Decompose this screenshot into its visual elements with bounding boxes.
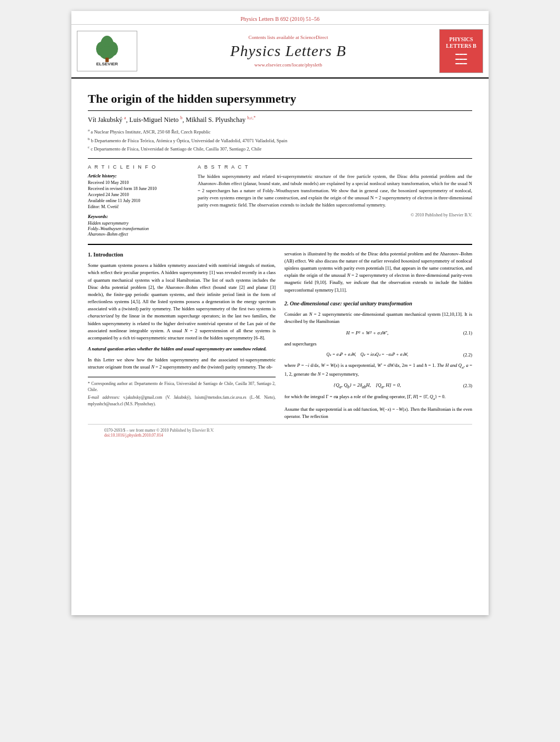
affiliation-b: b b Departamento de Física Teórica, Atóm… bbox=[88, 136, 472, 144]
footnote-emails: E-mail addresses: v.jakubsky@gmail.com (… bbox=[88, 394, 276, 407]
editor-info: Editor: M. Cvetič bbox=[88, 204, 187, 209]
article-history-label: Article history: bbox=[88, 173, 187, 178]
body-left-col: 1. Introduction Some quantum systems pos… bbox=[88, 250, 276, 424]
eq-2-2-content: Q₁ = σ₁P + σ₂W, Q₂ = iσ₃Q₁ = −σ₂P + σ₁W, bbox=[284, 352, 450, 358]
section2-title: 2. One-dimensional case: special unitary… bbox=[284, 299, 472, 308]
abstract-header: A B S T R A C T bbox=[198, 164, 472, 170]
eq-2-3-number: (2.3) bbox=[450, 382, 472, 389]
sciencedirect-link[interactable]: ScienceDirect bbox=[300, 35, 328, 40]
affiliation-a: a a Nuclear Physics Institute, ASCR, 250… bbox=[88, 127, 472, 136]
abstract-col: A B S T R A C T The hidden supersymmetry… bbox=[198, 164, 472, 237]
journal-url[interactable]: www.elsevier.com/locate/physletb bbox=[143, 62, 434, 68]
equation-2-3: {Qa, Qb} = 2δabH, [Qa, H] = 0, (2.3) bbox=[284, 382, 472, 390]
article-info-col: A R T I C L E I N F O Article history: R… bbox=[88, 164, 187, 237]
eq-2-2-number: (2.2) bbox=[450, 352, 472, 359]
keyword-3: Aharonov–Bohm effect bbox=[88, 232, 187, 237]
journal-header-main: ELSEVIER Contents lists available at Sci… bbox=[71, 25, 489, 77]
sciencedirect-line: Contents lists available at ScienceDirec… bbox=[143, 35, 434, 40]
elsevier-logo: ELSEVIER bbox=[77, 31, 137, 71]
assume-text: Assume that the superpotential is an odd… bbox=[284, 406, 472, 420]
footnote-area: * Corresponding author at: Departamento … bbox=[88, 377, 276, 408]
article-info-header: A R T I C L E I N F O bbox=[88, 164, 187, 170]
abstract-text: The hidden supersymmetry and related tri… bbox=[198, 173, 472, 209]
eq-2-1-number: (2.1) bbox=[450, 330, 472, 337]
bottom-bar: 0370-2693/$ – see front matter © 2010 Pu… bbox=[88, 424, 472, 441]
affiliations: a a Nuclear Physics Institute, ASCR, 250… bbox=[88, 127, 472, 153]
equation-2-1: H = P² + W² + σ₃W′, (2.1) bbox=[284, 330, 472, 337]
eq-2-3-content: {Qa, Qb} = 2δabH, [Qa, H] = 0, bbox=[284, 382, 450, 390]
body-two-col: 1. Introduction Some quantum systems pos… bbox=[88, 244, 472, 424]
doi[interactable]: doi:10.1016/j.physletb.2010.07.014 bbox=[104, 433, 456, 438]
intro-para-2: A natural question arises whether the hi… bbox=[88, 345, 276, 353]
plb-logo-detail: ▬▬▬▬▬▬▬▬▬ bbox=[456, 52, 467, 65]
journal-top-bar: Physics Letters B 692 (2010) 51–56 bbox=[71, 11, 489, 25]
equation-2-2: Q₁ = σ₁P + σ₂W, Q₂ = iσ₃Q₁ = −σ₂P + σ₁W,… bbox=[284, 352, 472, 359]
received-date: Received 10 May 2010 bbox=[88, 180, 187, 185]
revised-date: Received in revised form 18 June 2010 bbox=[88, 186, 187, 191]
affiliation-c: c c Departamento de Física, Universidad … bbox=[88, 144, 472, 153]
journal-page: Physics Letters B 692 (2010) 51–56 ELSEV… bbox=[71, 11, 489, 615]
citation-ref: Physics Letters B 692 (2010) 51–56 bbox=[240, 16, 320, 22]
journal-logo-right: PHYSICSLETTERS B ▬▬▬▬▬▬▬▬▬ bbox=[439, 29, 483, 73]
accepted-date: Accepted 24 June 2010 bbox=[88, 192, 187, 197]
intro-para-3: In this Letter we show how the hidden su… bbox=[88, 356, 276, 371]
doi-line: 0370-2693/$ – see front matter © 2010 Pu… bbox=[104, 428, 456, 433]
article-content: The origin of the hidden supersymmetry V… bbox=[71, 79, 489, 452]
body-right-col: servation is illustrated by the models o… bbox=[284, 250, 472, 424]
intro-para-1: Some quantum systems possess a hidden sy… bbox=[88, 262, 276, 342]
copyright-line: © 2010 Published by Elsevier B.V. bbox=[198, 213, 472, 217]
right-para-1: servation is illustrated by the models o… bbox=[284, 250, 472, 294]
intro-title: 1. Introduction bbox=[88, 250, 276, 259]
footnote-corresponding: * Corresponding author at: Departamento … bbox=[88, 381, 276, 393]
journal-title: Physics Letters B bbox=[143, 42, 434, 60]
journal-center: Contents lists available at ScienceDirec… bbox=[143, 35, 434, 68]
article-title: The origin of the hidden supersymmetry bbox=[88, 92, 472, 111]
plb-logo-text: PHYSICSLETTERS B bbox=[446, 36, 476, 49]
svg-text:ELSEVIER: ELSEVIER bbox=[96, 62, 118, 66]
authors-line: Vít Jakubský a, Luis-Miguel Nieto b, Mik… bbox=[88, 115, 472, 124]
article-info-abstract: A R T I C L E I N F O Article history: R… bbox=[88, 158, 472, 237]
eq-2-1-content: H = P² + W² + σ₃W′, bbox=[284, 330, 450, 337]
keyword-1: Hidden supersymmetry bbox=[88, 221, 187, 226]
available-date: Available online 11 July 2010 bbox=[88, 198, 187, 203]
eq23-note: for which the integral Γ = σ₃ plays a ro… bbox=[284, 393, 472, 402]
keywords-label: Keywords: bbox=[88, 214, 187, 219]
journal-header: Physics Letters B 692 (2010) 51–56 ELSEV… bbox=[71, 11, 489, 79]
keyword-2: Foldy–Wouthuysen transformation bbox=[88, 226, 187, 231]
supercharges-label: and supercharges bbox=[284, 341, 472, 348]
svg-point-3 bbox=[99, 46, 115, 59]
section2-intro: Consider an N = 2 supersymmetric one-dim… bbox=[284, 311, 472, 325]
eq22-note: where P = −i d/dx, W = W(x) is a superpo… bbox=[284, 362, 472, 378]
